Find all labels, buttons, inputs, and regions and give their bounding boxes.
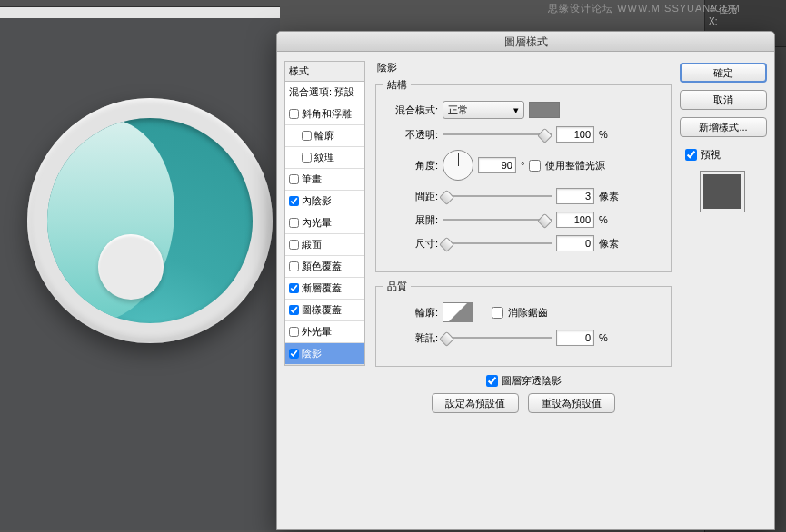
style-item-checkbox[interactable] <box>289 196 299 206</box>
ok-button[interactable]: 確定 <box>680 63 767 83</box>
distance-slider[interactable] <box>443 190 552 202</box>
style-item-label: 斜角和浮雕 <box>302 107 352 121</box>
angle-input[interactable] <box>478 157 516 173</box>
size-unit: 像素 <box>599 237 619 251</box>
noise-slider[interactable] <box>443 331 552 344</box>
opacity-label: 不透明: <box>383 128 438 142</box>
style-item-label: 內光暈 <box>302 216 332 230</box>
style-item-label: 筆畫 <box>302 172 322 186</box>
size-label: 尺寸: <box>383 237 438 251</box>
contour-label: 輪廓: <box>383 306 438 320</box>
knockout-label: 圖層穿透陰影 <box>502 374 562 388</box>
style-item-checkbox[interactable] <box>289 174 299 184</box>
opacity-input[interactable] <box>556 126 594 143</box>
style-item-label: 顏色覆蓋 <box>302 260 342 273</box>
layer-style-dialog: 圖層樣式 樣式 混合選項: 預設 斜角和浮雕輪廓紋理筆畫內陰影內光暈緞面顏色覆蓋… <box>276 31 775 530</box>
angle-dial[interactable] <box>443 150 473 181</box>
style-item-label: 輪廓 <box>314 129 334 143</box>
style-item[interactable]: 圖樣覆蓋 <box>285 300 364 321</box>
opacity-slider[interactable] <box>443 128 552 141</box>
style-item-checkbox[interactable] <box>289 327 299 337</box>
global-light-label: 使用整體光源 <box>545 159 605 172</box>
style-item-label: 圖樣覆蓋 <box>302 303 342 317</box>
spread-unit: % <box>599 214 608 225</box>
style-item-label: 漸層覆蓋 <box>302 281 342 295</box>
action-column: 確定 取消 新增樣式... 預視 <box>676 52 774 529</box>
contour-picker[interactable] <box>443 302 473 322</box>
make-default-button[interactable]: 設定為預設值 <box>432 393 519 413</box>
canvas-area <box>0 6 280 530</box>
style-item-label: 緞面 <box>302 238 322 251</box>
style-item-checkbox[interactable] <box>289 218 299 228</box>
style-item-label: 內陰影 <box>302 194 332 208</box>
style-item-checkbox[interactable] <box>289 240 299 250</box>
style-item-label: 紋理 <box>314 151 334 164</box>
icon-preview-inner <box>47 118 253 323</box>
chevron-down-icon: ▾ <box>513 104 519 116</box>
styles-list: 混合選項: 預設 斜角和浮雕輪廓紋理筆畫內陰影內光暈緞面顏色覆蓋漸層覆蓋圖樣覆蓋… <box>284 81 365 366</box>
blend-mode-label: 混合模式: <box>383 103 438 117</box>
section-title: 陰影 <box>375 61 672 74</box>
noise-input[interactable] <box>556 330 594 346</box>
global-light-checkbox[interactable] <box>529 160 541 172</box>
style-item-checkbox[interactable] <box>289 261 299 271</box>
angle-degree: ° <box>521 160 524 171</box>
distance-label: 間距: <box>383 190 438 203</box>
cancel-button[interactable]: 取消 <box>680 90 767 110</box>
size-input[interactable] <box>556 235 594 251</box>
blend-mode-value: 正常 <box>448 103 468 117</box>
style-item[interactable]: 筆畫 <box>285 169 364 191</box>
antialias-checkbox[interactable] <box>492 307 503 319</box>
style-item[interactable]: 斜角和浮雕 <box>285 103 364 125</box>
antialias-label: 消除鋸齒 <box>508 306 548 320</box>
noise-unit: % <box>599 332 608 343</box>
style-item-checkbox[interactable] <box>302 153 312 163</box>
style-item[interactable]: 漸層覆蓋 <box>285 278 364 300</box>
spread-label: 展開: <box>383 213 438 227</box>
knockout-checkbox[interactable] <box>486 375 498 387</box>
quality-legend: 品質 <box>383 280 411 293</box>
dialog-title[interactable]: 圖層樣式 <box>277 32 774 52</box>
style-item-label: 外光暈 <box>302 325 332 339</box>
style-item[interactable]: 陰影 <box>285 343 364 365</box>
reset-default-button[interactable]: 重設為預設值 <box>528 393 615 413</box>
spread-slider[interactable] <box>443 213 552 226</box>
structure-legend: 結構 <box>383 78 411 92</box>
icon-preview-outer <box>27 98 273 343</box>
styles-header: 樣式 <box>284 61 365 81</box>
style-item[interactable]: 外光暈 <box>285 321 364 343</box>
icon-dot <box>98 234 164 300</box>
distance-unit: 像素 <box>599 190 619 203</box>
style-item-checkbox[interactable] <box>289 349 299 359</box>
angle-label: 角度: <box>383 159 438 172</box>
style-item-label: 陰影 <box>302 347 322 360</box>
style-item-checkbox[interactable] <box>302 131 312 141</box>
distance-input[interactable] <box>556 188 594 204</box>
preview-swatch <box>700 171 745 212</box>
style-item[interactable]: 內光暈 <box>285 212 364 234</box>
opacity-unit: % <box>599 129 608 140</box>
preview-checkbox[interactable] <box>685 149 697 161</box>
size-slider[interactable] <box>443 237 552 250</box>
style-item[interactable]: 緞面 <box>285 234 364 256</box>
blend-mode-dropdown[interactable]: 正常 ▾ <box>443 101 524 119</box>
style-item[interactable]: 內陰影 <box>285 191 364 212</box>
settings-column: 陰影 結構 混合模式: 正常 ▾ 不透明: % <box>370 52 676 529</box>
new-style-button[interactable]: 新增樣式... <box>680 117 767 137</box>
styles-column: 樣式 混合選項: 預設 斜角和浮雕輪廓紋理筆畫內陰影內光暈緞面顏色覆蓋漸層覆蓋圖… <box>277 52 370 529</box>
style-item[interactable]: 顏色覆蓋 <box>285 256 364 278</box>
spread-input[interactable] <box>556 212 594 228</box>
style-item-checkbox[interactable] <box>289 109 299 119</box>
structure-fieldset: 結構 混合模式: 正常 ▾ 不透明: % <box>375 78 672 272</box>
style-item-checkbox[interactable] <box>289 283 299 293</box>
style-item[interactable]: 紋理 <box>285 147 364 169</box>
noise-label: 雜訊: <box>383 331 438 345</box>
watermark-text: 思缘设计论坛 WWW.MISSYUAN.COM <box>548 2 741 15</box>
quality-fieldset: 品質 輪廓: 消除鋸齒 雜訊: % <box>375 280 672 367</box>
preview-label: 預視 <box>701 148 721 162</box>
style-item-checkbox[interactable] <box>289 305 299 315</box>
shadow-color-swatch[interactable] <box>529 102 560 118</box>
style-item[interactable]: 輪廓 <box>285 125 364 147</box>
blend-options-item[interactable]: 混合選項: 預設 <box>285 82 364 103</box>
